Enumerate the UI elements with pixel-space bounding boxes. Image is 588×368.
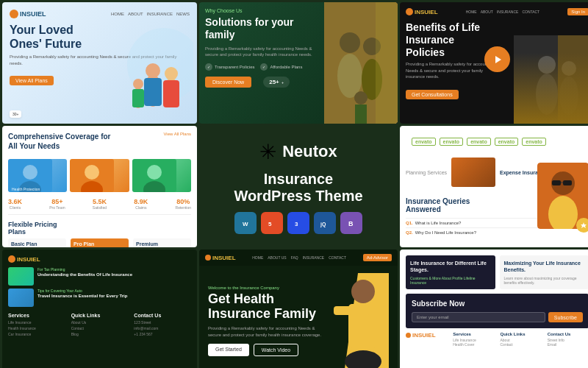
html5-icon: 5	[261, 212, 283, 234]
consult-btn[interactable]: Get Consultations	[406, 90, 459, 99]
advisor-btn-8[interactable]: Ad-Advisor	[363, 254, 392, 261]
article-label-1: For Tax Planning	[37, 267, 132, 272]
ins-benefits-title: Maximizing Your Life Insurance Benefits.	[504, 260, 585, 273]
solutions-content: Why Choose Us Solutions for your family …	[205, 8, 317, 88]
footer-dark-title-2: Quick Links	[501, 332, 542, 336]
cell-subscribe: Life Insurance for Different Life Stages…	[400, 250, 588, 368]
article-img-2	[8, 289, 34, 307]
jq-svg: jQ	[319, 217, 331, 229]
stat-num-satisfied: 5.5K	[93, 198, 107, 205]
stat-team: 85+ Pro Team	[49, 198, 65, 210]
discover-btn[interactable]: Discover Now	[205, 77, 251, 88]
get-started-btn[interactable]: Get Started	[208, 344, 249, 356]
nav8-contact[interactable]: CONTACT	[329, 255, 346, 260]
solutions-sub: Providing a Remarkably safety for accoun…	[205, 46, 317, 58]
hero-section-8: Welcome to the Insurance Company Get Hea…	[199, 266, 398, 368]
svg-point-30	[85, 165, 99, 180]
star-icon	[580, 222, 587, 229]
life-stages-title: Life Insurance for Different Life Stages…	[410, 260, 491, 273]
pricing-section: Flexible Pricing Plans Basic Plan $29/mo…	[8, 214, 191, 247]
feature-transparent: ✓ Transparent Policies	[205, 63, 254, 71]
svg-text:Health Protection: Health Protection	[12, 187, 40, 191]
nav-mini-ins[interactable]: INSURANCE	[497, 10, 518, 14]
coverage-images: Health Protection	[8, 159, 191, 192]
nav-mini-about[interactable]: ABOUT	[481, 10, 493, 14]
footer-link-1[interactable]: Life Insurance	[8, 320, 65, 325]
cell-benefits: INSUIEL HOME ABOUT INSURANCE CONTACT Sig…	[400, 2, 588, 124]
plan-basic-price: $29/mo	[11, 247, 63, 247]
envato-4: envato	[495, 138, 519, 146]
footer-logo-9: INSUIEL	[406, 332, 447, 339]
top-section-9: Life Insurance for Different Life Stages…	[406, 255, 588, 289]
subscribe-submit-btn[interactable]: Subscribe	[548, 312, 583, 322]
footer-dark-link-4[interactable]: Contact	[501, 342, 542, 347]
bs-svg: B	[345, 217, 357, 229]
stats-row-1: 30+	[10, 110, 21, 118]
footer-dark-col-quick: Quick Links About Contact	[501, 332, 542, 347]
faq-num-1: Q1.	[406, 221, 413, 225]
footer-link-6[interactable]: Blog	[71, 332, 129, 336]
subscribe-email-input[interactable]: Enter your email	[412, 312, 545, 322]
man-hero-svg	[323, 273, 389, 368]
nav8-home[interactable]: HOME	[252, 255, 263, 260]
footer-link-8[interactable]: info@mail.com	[134, 326, 191, 330]
article-1: For Tax Planning Understanding the Benef…	[8, 267, 191, 286]
planning-row: Planning Services Expense Insurance	[406, 158, 547, 187]
footer-link-7: 123 Street	[134, 320, 191, 325]
nav-bar-1: INSUIEL HOME ABOUT INSURANCE NEWS	[10, 10, 190, 18]
watch-video-btn[interactable]: Watch Video	[254, 344, 298, 356]
man-figure-8	[323, 273, 389, 368]
nav8-about[interactable]: ABOUT US	[268, 255, 286, 260]
nav-mini-home[interactable]: HOME	[466, 10, 477, 14]
nav-green-8: INSUIEL HOME ABOUT US FAQ INSURANCE CONT…	[199, 250, 398, 266]
footer-dark-link-2[interactable]: Health Cover	[453, 342, 494, 347]
nav8-faq[interactable]: FAQ	[291, 255, 298, 260]
svg-rect-56	[367, 306, 385, 315]
footer-dark-link-6[interactable]: Email	[548, 342, 588, 347]
why-us-label: Why Choose Us	[205, 8, 317, 13]
view-plans-btn[interactable]: View All Plans	[10, 76, 54, 85]
sign-in-btn[interactable]: Sign In	[567, 8, 588, 15]
nav-insurance[interactable]: INSURANCE	[147, 12, 173, 16]
logo-mini-3: INSUIEL	[406, 8, 438, 15]
footer-logo-dot	[406, 333, 411, 338]
footer-col-title-3: Contact Us	[134, 313, 191, 318]
cell-get-health: INSUIEL HOME ABOUT US FAQ INSURANCE CONT…	[199, 250, 398, 368]
hero-content-8: Welcome to the Insurance Company Get Hea…	[208, 286, 323, 356]
footer-link-4[interactable]: About Us	[71, 320, 129, 325]
subscribe-form: Enter your email Subscribe	[412, 312, 583, 322]
stat-badge-1: 30+	[10, 110, 21, 118]
stat-num-retention: 80%	[176, 198, 191, 205]
nav-home[interactable]: HOME	[111, 12, 124, 16]
family-dark-svg	[514, 35, 588, 124]
nav-about[interactable]: ABOUT	[128, 12, 143, 16]
footer-link-5[interactable]: Contact	[71, 326, 129, 330]
plan-pro-name: Pro Plan	[74, 241, 126, 247]
insurance-benefits-box: Maximizing Your Life Insurance Benefits.…	[500, 255, 589, 289]
pricing-plans: Basic Plan $29/mo Pro Plan $59/mo Premiu…	[8, 238, 191, 247]
svg-point-19	[538, 56, 556, 74]
nav-8: HOME ABOUT US FAQ INSURANCE CONTACT	[252, 255, 346, 260]
stat-label-retention: Retention	[176, 205, 191, 210]
svg-point-2	[146, 63, 160, 78]
footer-link-3[interactable]: Car Insurance	[8, 332, 65, 336]
cell-coverage: Comprehensive Coverage for All Your Need…	[2, 126, 197, 247]
svg-point-53	[351, 280, 375, 303]
view-all-btn[interactable]: View All Plans	[163, 132, 191, 136]
nav8-ins[interactable]: INSURANCE	[303, 255, 324, 260]
footer-link-2[interactable]: Health Insurance	[8, 326, 65, 330]
nav-news[interactable]: NEWS	[176, 12, 190, 16]
footer-cols-7: Services Life Insurance Health Insurance…	[8, 313, 191, 338]
article-title-1[interactable]: Understanding the Benefits Of Life Insur…	[37, 272, 132, 277]
nav-mini-contact[interactable]: CONTACT	[522, 10, 539, 14]
svg-point-22	[559, 77, 578, 115]
svg-point-57	[345, 350, 381, 368]
coverage-title: Comprehensive Coverage for All Your Need…	[8, 132, 111, 151]
article-2: Tips for Covering Your Auto Travel Insur…	[8, 289, 191, 307]
logo-dot-3	[406, 8, 413, 15]
footer-col-quick: Quick Links About Us Contact Blog	[71, 313, 129, 338]
svg-marker-24	[495, 56, 501, 63]
wp-svg: W	[240, 217, 251, 229]
article-title-2[interactable]: Travel Insurance is Essential for Every …	[37, 294, 127, 299]
logo-1: INSUIEL	[10, 10, 46, 18]
